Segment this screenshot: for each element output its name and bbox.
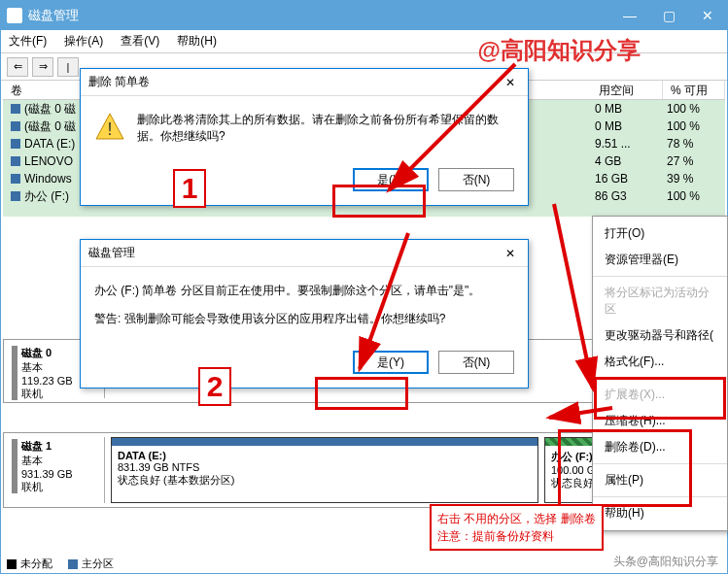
volume-icon bbox=[11, 121, 20, 131]
svg-text:!: ! bbox=[107, 119, 112, 139]
delete-volume-dialog: 删除 简单卷 ✕ ! 删除此卷将清除其上的所有数据。请在删除之前备份所有希望保留… bbox=[80, 68, 529, 206]
ctx-open[interactable]: 打开(O) bbox=[593, 220, 727, 247]
volume-icon bbox=[11, 191, 20, 201]
ctx-explorer[interactable]: 资源管理器(E) bbox=[593, 247, 727, 273]
dialog-message-1: 办公 (F:) 简单卷 分区目前正在使用中。要强制删除这个分区，请单击"是"。 bbox=[94, 283, 514, 299]
ctx-mark-active: 将分区标记为活动分区 bbox=[593, 280, 727, 322]
app-icon bbox=[7, 8, 22, 23]
ctx-change-letter[interactable]: 更改驱动器号和路径( bbox=[593, 322, 727, 349]
ctx-shrink[interactable]: 压缩卷(H)... bbox=[593, 408, 727, 434]
col-pct[interactable]: % 可用 bbox=[663, 81, 725, 99]
annotation-note: 右击 不用的分区，选择 删除卷 注意：提前备份好资料 bbox=[430, 504, 604, 551]
titlebar: 磁盘管理 — ▢ ✕ bbox=[1, 1, 727, 30]
volume-icon bbox=[11, 174, 20, 184]
footer-watermark: 头条@高阳知识分享 bbox=[613, 554, 718, 570]
step-badge-1: 1 bbox=[173, 169, 206, 208]
dialog-titlebar: 删除 简单卷 ✕ bbox=[81, 69, 528, 96]
disk-icon bbox=[12, 346, 17, 400]
ctx-help[interactable]: 帮助(H) bbox=[593, 500, 727, 526]
menu-action[interactable]: 操作(A) bbox=[64, 33, 103, 50]
ctx-delete[interactable]: 删除卷(D)... bbox=[593, 434, 727, 460]
legend-unallocated: 未分配 bbox=[7, 557, 52, 571]
disk-1-header[interactable]: 磁盘 1 基本 931.39 GB 联机 bbox=[8, 437, 105, 503]
dialog-titlebar: 磁盘管理 ✕ bbox=[81, 240, 528, 267]
dialog-message: 删除此卷将清除其上的所有数据。请在删除之前备份所有希望保留的数据。你想继续吗? bbox=[137, 112, 514, 145]
dialog-close-button[interactable]: ✕ bbox=[501, 76, 520, 89]
no-button[interactable]: 否(N) bbox=[438, 168, 514, 191]
brand-watermark: @高阳知识分享 bbox=[478, 35, 641, 66]
legend: 未分配 主分区 bbox=[7, 557, 114, 571]
toolbar-sep: | bbox=[57, 57, 79, 77]
menu-file[interactable]: 文件(F) bbox=[9, 33, 47, 50]
yes-button[interactable]: 是(Y) bbox=[353, 351, 429, 374]
window-title: 磁盘管理 bbox=[28, 7, 610, 24]
ctx-format[interactable]: 格式化(F)... bbox=[593, 349, 727, 375]
maximize-button[interactable]: ▢ bbox=[649, 1, 688, 30]
partition-data-e[interactable]: DATA (E:) 831.39 GB NTFS 状态良好 (基本数据分区) bbox=[111, 437, 538, 503]
no-button[interactable]: 否(N) bbox=[438, 351, 514, 374]
yes-button[interactable]: 是(Y) bbox=[353, 168, 429, 191]
warning-icon: ! bbox=[94, 112, 125, 143]
volume-icon bbox=[11, 139, 20, 149]
volume-icon bbox=[11, 104, 20, 114]
dialog-close-button[interactable]: ✕ bbox=[501, 247, 520, 260]
step-badge-2: 2 bbox=[198, 367, 231, 406]
legend-primary: 主分区 bbox=[68, 557, 114, 571]
disk-icon bbox=[12, 439, 17, 493]
forward-button[interactable]: ⇒ bbox=[32, 57, 53, 77]
context-menu: 打开(O) 资源管理器(E) 将分区标记为活动分区 更改驱动器号和路径( 格式化… bbox=[592, 216, 728, 531]
volume-icon bbox=[11, 156, 20, 166]
menu-view[interactable]: 查看(V) bbox=[121, 33, 159, 50]
dialog-message-2: 警告: 强制删除可能会导致使用该分区的应用程序出错。你想继续吗? bbox=[94, 311, 514, 327]
ctx-extend: 扩展卷(X)... bbox=[593, 382, 727, 408]
force-delete-dialog: 磁盘管理 ✕ 办公 (F:) 简单卷 分区目前正在使用中。要强制删除这个分区，请… bbox=[80, 239, 529, 388]
menu-help[interactable]: 帮助(H) bbox=[177, 33, 217, 50]
minimize-button[interactable]: — bbox=[610, 1, 649, 30]
close-button[interactable]: ✕ bbox=[688, 1, 727, 30]
ctx-properties[interactable]: 属性(P) bbox=[593, 467, 727, 493]
col-free[interactable]: 用空间 bbox=[591, 81, 663, 99]
back-button[interactable]: ⇐ bbox=[7, 57, 28, 77]
